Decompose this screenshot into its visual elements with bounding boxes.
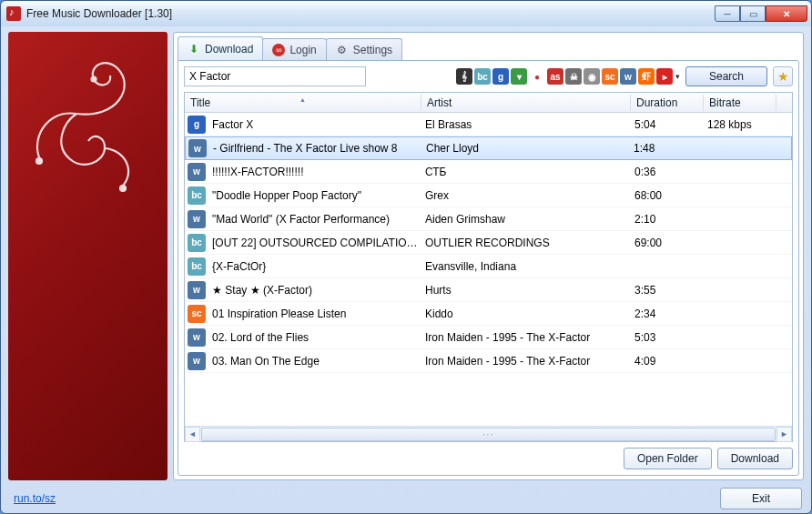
source-soundcloud-icon[interactable]: sc	[602, 68, 618, 85]
cell-artist: El Brasas	[421, 118, 631, 131]
cell-duration: 69:00	[631, 237, 704, 249]
source-vk-icon[interactable]: w	[620, 68, 636, 85]
cell-artist: Iron Maiden - 1995 - The X-Factor	[421, 331, 631, 344]
source-vk-icon: w	[188, 139, 207, 157]
table-row[interactable]: w- Girlfriend - The X Factor Live show 8…	[185, 136, 792, 160]
cell-title: - Girlfriend - The X Factor Live show 8	[209, 142, 422, 155]
sidebar-decoration	[8, 32, 167, 480]
table-row[interactable]: bc{X-FaCtOr}Evansville, Indiana	[185, 255, 792, 278]
source-icons: 𝄞bcg▾●as☠◉scw虾▸▾	[371, 68, 680, 85]
cell-title: ★ Stay ★ (X-Factor)	[208, 284, 421, 297]
cell-title: Factor X	[208, 118, 421, 131]
cell-title: 02. Lord of the Flies	[208, 331, 421, 344]
source-soundcloud-icon: sc	[188, 305, 206, 323]
tab-download-label: Download	[205, 43, 253, 55]
window-title: Free Music Downloader [1.30]	[26, 7, 715, 20]
source-bandcamp-icon: bc	[188, 257, 206, 276]
search-input[interactable]	[184, 66, 366, 86]
source-vk-icon: w	[188, 210, 206, 228]
table-row[interactable]: w★ Stay ★ (X-Factor)Hurts3:55	[185, 278, 792, 302]
col-title[interactable]: Title ▲	[185, 95, 421, 111]
minimize-button[interactable]: ─	[715, 5, 740, 22]
cell-duration: 4:09	[631, 355, 704, 368]
cell-artist: Cher Lloyd	[422, 142, 630, 155]
login-icon: ∞	[272, 44, 285, 56]
col-bitrate[interactable]: Bitrate	[704, 95, 776, 111]
cell-title: "Doodle Hopper Poop Factory"	[208, 189, 421, 202]
cell-artist: Evansville, Indiana	[421, 260, 631, 273]
close-button[interactable]: ✕	[766, 5, 807, 22]
cell-title: {X-FaCtOr}	[208, 260, 421, 273]
cell-duration: 2:34	[631, 307, 704, 320]
source-bandcamp-icon: bc	[188, 234, 206, 252]
cell-artist: СТБ	[421, 166, 631, 178]
grid-header: Title ▲ Artist Duration Bitrate	[185, 93, 792, 113]
tab-login-label: Login	[289, 44, 316, 56]
cell-title: !!!!!!X-FACTOR!!!!!!	[208, 166, 421, 178]
favorites-button[interactable]: ★	[773, 66, 793, 86]
tab-settings-label: Settings	[353, 44, 392, 56]
table-row[interactable]: sc01 Inspiration Please ListenKiddo2:34	[185, 302, 792, 326]
source-dropdown-icon[interactable]: ▾	[675, 72, 680, 81]
tab-settings[interactable]: ⚙ Settings	[326, 38, 402, 60]
source-vk-icon: w	[188, 163, 206, 181]
source-soundcloud-alt-icon[interactable]: ▾	[511, 68, 527, 85]
source-vimeo-like-icon[interactable]: ◉	[584, 68, 600, 85]
exit-button[interactable]: Exit	[720, 488, 802, 509]
tab-download[interactable]: ⬇ Download	[178, 36, 263, 60]
cell-duration: 5:03	[631, 331, 704, 344]
source-xiami-icon[interactable]: 虾	[638, 68, 655, 85]
titlebar[interactable]: Free Music Downloader [1.30] ─ ▭ ✕	[1, 1, 811, 26]
source-prostopleer-icon[interactable]: 𝄞	[456, 68, 472, 85]
cell-title: 01 Inspiration Please Listen	[208, 307, 421, 320]
search-button[interactable]: Search	[685, 66, 767, 86]
source-vk-icon: w	[188, 328, 206, 347]
col-artist[interactable]: Artist	[421, 95, 631, 111]
cell-duration: 68:00	[631, 189, 704, 202]
table-row[interactable]: w02. Lord of the FliesIron Maiden - 1995…	[185, 326, 792, 349]
scroll-right-icon[interactable]: ►	[776, 427, 792, 442]
cell-artist: Grex	[421, 189, 631, 202]
maximize-button[interactable]: ▭	[740, 5, 766, 22]
source-grooveshark-icon: g	[188, 116, 206, 134]
app-window: Free Music Downloader [1.30] ─ ▭ ✕	[0, 0, 812, 514]
source-grooveshark-icon[interactable]: g	[492, 68, 509, 85]
table-row[interactable]: w"Mad World" (X Factor Performance)Aiden…	[185, 207, 792, 231]
cell-artist: Aiden Grimshaw	[421, 213, 631, 226]
scroll-thumb[interactable]: ···	[201, 428, 776, 441]
cell-artist: Hurts	[421, 284, 631, 297]
source-bandcamp-icon[interactable]: bc	[474, 68, 491, 85]
source-lastfm-icon[interactable]: as	[547, 68, 563, 85]
results-grid: Title ▲ Artist Duration Bitrate gFactor …	[184, 92, 793, 442]
source-youtube-icon[interactable]: ▸	[656, 68, 673, 85]
table-row[interactable]: w03. Man On The EdgeIron Maiden - 1995 -…	[185, 349, 792, 373]
horizontal-scrollbar[interactable]: ◄ ··· ►	[185, 426, 792, 441]
table-row[interactable]: bc"Doodle Hopper Poop Factory"Grex68:00	[185, 184, 792, 207]
open-folder-button[interactable]: Open Folder	[624, 448, 712, 469]
svg-point-0	[36, 158, 42, 164]
download-button[interactable]: Download	[717, 448, 793, 469]
source-vk-icon: w	[188, 281, 206, 299]
table-row[interactable]: bc[OUT 22] OUTSOURCED COMPILATION VOL.3O…	[185, 231, 792, 255]
tab-login[interactable]: ∞ Login	[262, 38, 326, 60]
footer: run.to/sz Exit	[1, 488, 811, 513]
tab-body: 𝄞bcg▾●as☠◉scw虾▸▾ Search ★ Title ▲ Artist…	[178, 60, 799, 476]
grid-rows: gFactor XEl Brasas5:04128 kbpsw- Girlfri…	[185, 113, 792, 426]
cell-duration: 3:55	[631, 284, 704, 297]
cell-artist: OUTLIER RECORDINGS	[421, 237, 631, 249]
cell-duration: 2:10	[631, 213, 704, 226]
sort-indicator-icon: ▲	[299, 96, 306, 103]
cell-title: "Mad World" (X Factor Performance)	[208, 213, 421, 226]
search-row: 𝄞bcg▾●as☠◉scw虾▸▾ Search ★	[184, 66, 793, 86]
download-icon: ⬇	[188, 43, 200, 55]
svg-point-1	[120, 186, 126, 191]
table-row[interactable]: gFactor XEl Brasas5:04128 kbps	[185, 113, 792, 136]
cell-bitrate: 128 kbps	[704, 118, 776, 131]
cell-duration: 5:04	[631, 118, 704, 131]
col-duration[interactable]: Duration	[631, 95, 704, 111]
source-audio-icon[interactable]: ●	[529, 68, 545, 85]
source-mp3skull-icon[interactable]: ☠	[565, 68, 582, 85]
scroll-left-icon[interactable]: ◄	[185, 427, 200, 442]
table-row[interactable]: w!!!!!!X-FACTOR!!!!!!СТБ0:36	[185, 160, 792, 184]
footer-link[interactable]: run.to/sz	[14, 492, 56, 505]
